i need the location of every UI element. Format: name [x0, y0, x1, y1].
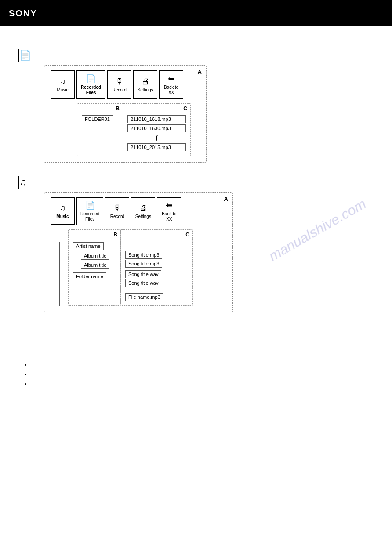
music-icon-1: ♫ — [60, 77, 66, 86]
panel-c-2: C Song title.mp3 Song title.mp3 So — [120, 229, 193, 306]
bottom-divider — [18, 352, 374, 352]
label-b-1: B — [116, 105, 120, 112]
menu-music-2[interactable]: ♫ Music — [51, 197, 75, 225]
back-label-1: Back toXX — [164, 85, 178, 95]
bullet-3 — [31, 381, 374, 387]
files-area: 211010_1618.mp3 211010_1630.mp3 ∫ 211010… — [127, 115, 186, 151]
settings-icon-2: 🖨 — [139, 203, 147, 213]
album2-row: Album title — [81, 261, 116, 269]
recorded-files-menu-label-1: RecordedFiles — [81, 85, 101, 95]
tree-area-1: B FOLDER01 C 211010_1618.mp3 211010_1630… — [77, 103, 200, 156]
album1-row: Album title — [81, 252, 116, 260]
label-a-2: A — [224, 196, 228, 202]
folder-node[interactable]: FOLDER01 — [82, 115, 113, 123]
song1: Song title.mp3 — [125, 251, 188, 259]
music-tree-c: Song title.mp3 Song title.mp3 Song title… — [125, 251, 188, 301]
folder-file-node[interactable]: File name.mp3 — [125, 293, 163, 301]
music-section-icon: ♫ — [19, 177, 27, 188]
main-content: 📄 A ♫ Music 📄 RecordedFiles — [0, 26, 392, 399]
menu-recorded-files-2[interactable]: 📄 RecordedFiles — [76, 197, 103, 225]
folder-area: FOLDER01 — [82, 115, 118, 123]
music-tree-b: Artist name Album title Album title — [73, 242, 116, 280]
music-label-1: Music — [57, 87, 68, 93]
settings-icon-1: 🖨 — [142, 77, 149, 86]
record-icon-1: 🎙 — [116, 77, 123, 86]
recorded-files-menu-icon-1: 📄 — [86, 74, 96, 83]
recorded-files-menu-label-2: RecordedFiles — [80, 211, 99, 222]
section2-heading: ♫ — [18, 176, 374, 189]
section1-heading: 📄 — [18, 49, 374, 62]
menu-bar-1: ♫ Music 📄 RecordedFiles 🎙 Record 🖨 Setti… — [51, 70, 200, 99]
music-icon-2: ♫ — [60, 203, 66, 213]
back-label-2: Back toXX — [162, 211, 176, 222]
ellipsis-1: ∫ — [127, 134, 186, 142]
album1-node[interactable]: Album title — [81, 252, 109, 260]
folder-name-row: Folder name — [73, 272, 116, 280]
back-icon-1: ⬅ — [168, 74, 174, 83]
top-divider — [18, 40, 374, 40]
diagram1-outer: A ♫ Music 📄 RecordedFiles 🎙 Record — [44, 65, 207, 163]
folder-file: File name.mp3 — [125, 293, 188, 301]
header: SONY — [0, 0, 392, 26]
left-v-line — [59, 242, 68, 306]
label-b-2: B — [113, 232, 117, 238]
bullet-list — [18, 361, 374, 387]
section-recorded-files: 📄 A ♫ Music 📄 RecordedFiles — [18, 49, 374, 163]
file-2[interactable]: 211010_1630.mp3 — [127, 124, 186, 132]
tree-area-2: B Artist name Album title — [59, 229, 226, 306]
menu-record-1[interactable]: 🎙 Record — [107, 70, 131, 99]
music-label-2: Music — [56, 214, 69, 219]
song2: Song title.mp3 — [125, 260, 188, 268]
sony-logo: SONY — [9, 8, 37, 18]
diagram2-outer: A ♫ Music 📄 RecordedFiles 🎙 Record — [44, 192, 233, 312]
settings-label-2: Settings — [135, 214, 151, 219]
diagram1-wrapper: A ♫ Music 📄 RecordedFiles 🎙 Record — [44, 65, 374, 163]
recorded-files-icon: 📄 — [19, 50, 31, 61]
panel-b-1: B FOLDER01 — [77, 103, 123, 156]
bullet-2 — [31, 371, 374, 377]
menu-back-1[interactable]: ⬅ Back toXX — [159, 70, 183, 99]
menu-recorded-files-1[interactable]: 📄 RecordedFiles — [76, 70, 105, 99]
recorded-files-menu-icon-2: 📄 — [85, 200, 95, 210]
menu-music-1[interactable]: ♫ Music — [51, 70, 75, 99]
left-connector — [59, 229, 68, 306]
diagram2-wrapper: A ♫ Music 📄 RecordedFiles 🎙 Record — [44, 192, 374, 312]
menu-back-2[interactable]: ⬅ Back toXX — [157, 197, 181, 225]
record-label-1: Record — [113, 87, 127, 93]
label-a-1: A — [198, 69, 202, 75]
section-music: ♫ A ♫ Music 📄 RecordedFiles — [18, 176, 374, 312]
song1-node[interactable]: Song title.mp3 — [125, 251, 162, 259]
artist-row: Artist name — [73, 242, 116, 250]
panel-c-1: C 211010_1618.mp3 211010_1630.mp3 ∫ 2110… — [123, 103, 191, 156]
spacer — [18, 326, 374, 339]
file-1[interactable]: 211010_1618.mp3 — [127, 115, 186, 123]
bullet-1 — [31, 361, 374, 367]
menu-bar-2: ♫ Music 📄 RecordedFiles 🎙 Record 🖨 Setti… — [51, 197, 226, 225]
album2-node[interactable]: Album title — [81, 261, 109, 269]
panel-b-2: B Artist name Album title — [68, 229, 121, 306]
song4-node[interactable]: Song title.wav — [125, 279, 161, 287]
back-icon-2: ⬅ — [166, 200, 172, 210]
song3-node[interactable]: Song title.wav — [125, 270, 161, 278]
artist-node[interactable]: Artist name — [73, 242, 104, 250]
file-3[interactable]: 211010_2015.mp3 — [127, 143, 186, 151]
label-c-2: C — [185, 232, 189, 238]
menu-record-2[interactable]: 🎙 Record — [105, 197, 129, 225]
record-label-2: Record — [110, 214, 124, 219]
settings-label-1: Settings — [138, 87, 153, 93]
song2-node[interactable]: Song title.mp3 — [125, 260, 162, 268]
label-c-1: C — [183, 105, 187, 112]
menu-settings-2[interactable]: 🖨 Settings — [131, 197, 155, 225]
record-icon-2: 🎙 — [113, 203, 121, 213]
menu-settings-1[interactable]: 🖨 Settings — [133, 70, 157, 99]
song4: Song title.wav — [125, 279, 188, 287]
folder-name-node[interactable]: Folder name — [73, 272, 106, 280]
song3: Song title.wav — [125, 270, 188, 278]
